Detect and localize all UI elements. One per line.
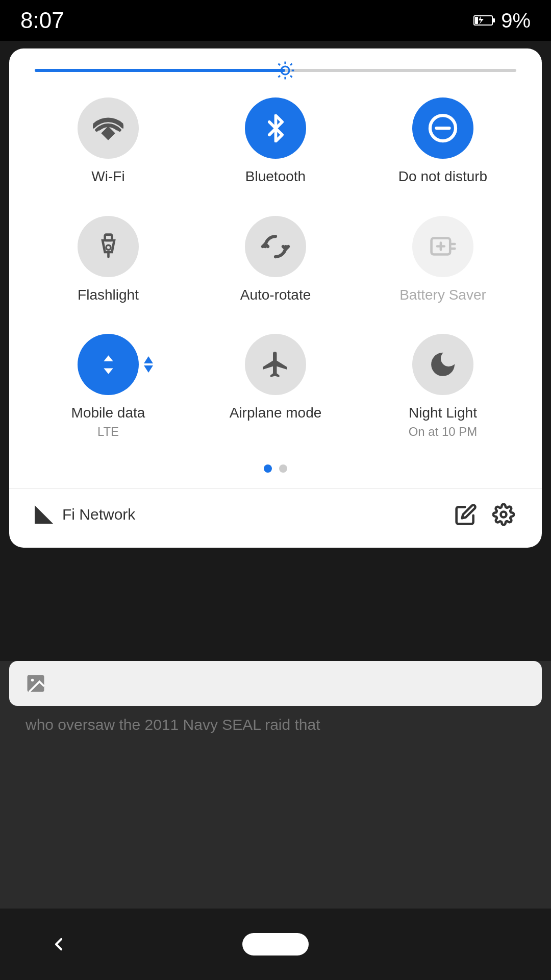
bluetooth-circle (245, 97, 306, 159)
mobiledata-sublabel: LTE (97, 425, 119, 439)
edit-icon (455, 503, 477, 526)
autorotate-label: Auto-rotate (240, 286, 311, 304)
autorotate-circle (245, 216, 306, 277)
svg-line-8 (278, 64, 280, 65)
nightlight-circle (412, 334, 473, 395)
tile-batterysaver[interactable]: Battery Saver (364, 216, 521, 304)
svg-rect-2 (475, 17, 478, 24)
flashlight-icon (94, 232, 122, 260)
tiles-grid: Wi-Fi Bluetooth Do not disturb (30, 97, 521, 439)
signal-indicator (144, 356, 153, 373)
brightness-row[interactable] (30, 69, 521, 72)
airplanemode-circle (245, 334, 306, 395)
mobiledata-wrapper (78, 334, 139, 395)
tile-autorotate[interactable]: Auto-rotate (197, 216, 354, 304)
pagination-dot-2[interactable] (279, 464, 287, 473)
nightlight-label: Night Light (409, 404, 477, 422)
flashlight-label: Flashlight (78, 286, 139, 304)
svg-line-9 (290, 76, 292, 77)
status-bar: 8:07 9% (0, 0, 551, 41)
edit-button[interactable] (453, 502, 479, 527)
mobiledata-circle (78, 334, 139, 395)
tile-wifi[interactable]: Wi-Fi (30, 97, 187, 185)
svg-marker-24 (35, 505, 53, 524)
autorotate-icon (260, 231, 291, 262)
mobiledata-label: Mobile data (71, 404, 145, 422)
tile-nightlight[interactable]: Night Light On at 10 PM (364, 334, 521, 439)
recents-button[interactable] (472, 924, 513, 965)
quick-settings-panel: Wi-Fi Bluetooth Do not disturb (9, 48, 542, 548)
signal-up-icon (144, 356, 153, 363)
svg-rect-1 (492, 18, 495, 22)
panel-footer: Fi Network (30, 488, 521, 532)
footer-network-label: Fi Network (62, 506, 135, 523)
bluetooth-label: Bluetooth (245, 168, 306, 185)
status-time: 8:07 (20, 8, 64, 33)
svg-point-25 (501, 511, 507, 517)
footer-icons (453, 502, 516, 527)
pagination-dot-1[interactable] (264, 464, 272, 473)
notification-bar[interactable] (9, 661, 542, 706)
mobiledata-icon (94, 351, 122, 379)
wifi-circle (78, 97, 139, 159)
svg-point-15 (106, 245, 110, 250)
footer-left: Fi Network (35, 505, 135, 524)
dark-article-content: who oversaw the 2011 Navy SEAL raid that (0, 706, 551, 744)
batterysaver-label: Battery Saver (399, 286, 486, 304)
svg-marker-22 (144, 356, 153, 363)
signal-triangle-icon (35, 505, 53, 524)
brightness-slider[interactable] (35, 69, 516, 72)
airplane-icon (260, 349, 291, 380)
tile-mobiledata[interactable]: Mobile data LTE (30, 334, 187, 439)
nightlight-sublabel: On at 10 PM (409, 425, 478, 439)
batterysaver-circle (412, 216, 473, 277)
nav-bar (0, 909, 551, 980)
home-button[interactable] (242, 933, 309, 955)
tile-bluetooth[interactable]: Bluetooth (197, 97, 354, 185)
image-icon (24, 672, 47, 695)
back-icon (48, 934, 69, 954)
signal-down-icon (144, 365, 153, 373)
dnd-icon (428, 113, 458, 143)
batterysaver-icon (429, 232, 457, 260)
svg-line-11 (290, 64, 292, 65)
wifi-label: Wi-Fi (91, 168, 124, 185)
settings-button[interactable] (491, 502, 516, 527)
flashlight-circle (78, 216, 139, 277)
tile-flashlight[interactable]: Flashlight (30, 216, 187, 304)
dnd-circle (412, 97, 473, 159)
nightlight-icon (428, 350, 458, 379)
dnd-label: Do not disturb (398, 168, 487, 185)
svg-line-10 (278, 76, 280, 77)
tile-dnd[interactable]: Do not disturb (364, 97, 521, 185)
brightness-thumb[interactable] (274, 59, 296, 82)
svg-marker-23 (144, 365, 153, 373)
svg-point-3 (281, 66, 289, 75)
brightness-fill (35, 69, 285, 72)
svg-point-27 (31, 679, 34, 682)
brightness-sun-icon (276, 61, 295, 80)
below-panel: who oversaw the 2011 Navy SEAL raid that (0, 661, 551, 909)
settings-icon (492, 503, 515, 526)
airplanemode-label: Airplane mode (230, 404, 322, 422)
battery-icon (473, 14, 496, 27)
battery-percentage: 9% (501, 9, 531, 32)
pagination (30, 464, 521, 473)
article-text: who oversaw the 2011 Navy SEAL raid that (26, 716, 320, 733)
status-right: 9% (473, 9, 531, 32)
back-button[interactable] (38, 924, 79, 965)
bluetooth-icon (262, 114, 290, 142)
wifi-icon (93, 113, 123, 143)
tile-airplanemode[interactable]: Airplane mode (197, 334, 354, 439)
